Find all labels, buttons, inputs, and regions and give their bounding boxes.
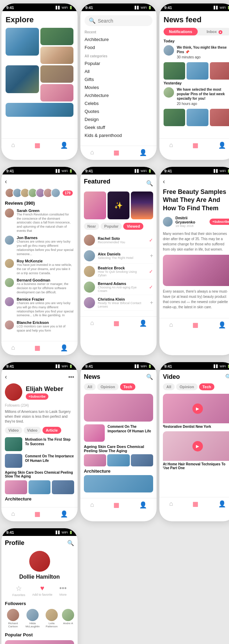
search-item-popular[interactable]: Popular xyxy=(85,59,152,67)
nav-grid-icon[interactable]: ▦ xyxy=(192,141,198,149)
feed-thumb-5[interactable] xyxy=(187,109,208,126)
nav-grid-icon[interactable]: ▦ xyxy=(34,344,40,352)
search-item-kids[interactable]: Kids & parenthood xyxy=(85,131,152,139)
search-item-arch[interactable]: Architecture xyxy=(85,91,152,99)
nav-grid-icon[interactable]: ▦ xyxy=(34,141,40,149)
user-list-item-2[interactable]: Alex Daniels Selecting The Right Hotel + xyxy=(84,248,153,264)
featured-image-3[interactable] xyxy=(131,191,153,219)
user-list-item-1[interactable]: Rachel Soto Recommended You ✓ xyxy=(84,233,153,248)
nav-home-icon[interactable]: ⌂ xyxy=(90,501,94,509)
nav-home-icon[interactable]: ⌂ xyxy=(11,141,15,149)
nav-grid-icon[interactable]: ▦ xyxy=(113,501,119,509)
nav-person-icon[interactable]: 👤 xyxy=(60,510,68,518)
feed-thumb-6[interactable] xyxy=(210,109,229,126)
explore-image-1[interactable] xyxy=(6,28,39,56)
explore-image-2[interactable] xyxy=(40,28,74,45)
nav-person-icon[interactable]: 👤 xyxy=(139,501,147,509)
feed-thumb-1[interactable] xyxy=(164,62,185,80)
featured-image-1[interactable] xyxy=(84,191,106,219)
user-list-item-3[interactable]: Beatrice Brock How To Quit Smoking Using… xyxy=(84,264,153,279)
nav-home-icon[interactable]: ⌂ xyxy=(90,149,94,156)
news-tab-tech[interactable]: Tech xyxy=(120,383,136,390)
nav-home-icon[interactable]: ⌂ xyxy=(90,319,94,327)
filter-popular[interactable]: Popular xyxy=(101,223,122,230)
nav-grid-icon[interactable]: ▦ xyxy=(192,500,198,508)
bottom-img-3[interactable] xyxy=(52,480,74,494)
search-item-food[interactable]: Food xyxy=(85,43,152,51)
news-search-icon[interactable]: 🔍 xyxy=(146,374,153,380)
tab-video-1[interactable]: Video xyxy=(5,427,22,434)
nav-person-icon[interactable]: 👤 xyxy=(139,319,147,327)
explore-image-wide[interactable] xyxy=(6,103,73,117)
nav-grid-icon[interactable]: ▦ xyxy=(192,321,198,329)
news-card-big[interactable] xyxy=(84,394,153,422)
subscribe-button[interactable]: +Subscribe xyxy=(26,393,48,400)
filter-near[interactable]: Near xyxy=(84,223,99,230)
user-list-item-4[interactable]: Bernard Adams Choosing An Anti-aging Eye… xyxy=(84,279,153,295)
nav-home-icon[interactable]: ⌂ xyxy=(11,510,15,518)
arch-image[interactable] xyxy=(84,475,153,492)
video-tab-all[interactable]: All xyxy=(163,383,175,390)
tab-article[interactable]: Article xyxy=(42,427,61,434)
nav-person-icon[interactable]: 👤 xyxy=(139,149,147,156)
nav-home-icon[interactable]: ⌂ xyxy=(169,141,173,149)
video-search-icon[interactable]: 🔍 xyxy=(225,374,229,380)
video-card-2[interactable]: ▶ At Home Hair Removal Techniques To Use… xyxy=(163,431,229,470)
video-tab-tech[interactable]: Tech xyxy=(199,383,215,390)
explore-image-6[interactable] xyxy=(40,84,74,101)
video-card-1[interactable]: ▶ Restorative Dentist New York xyxy=(163,394,229,429)
news-tab-all[interactable]: All xyxy=(84,383,96,390)
explore-image-4[interactable] xyxy=(6,65,39,93)
search-icon[interactable]: 🔍 xyxy=(146,180,153,187)
news-img-3[interactable] xyxy=(131,454,153,466)
news-img-1[interactable] xyxy=(84,454,106,466)
nav-home-icon[interactable]: ⌂ xyxy=(11,344,15,352)
bottom-img-2[interactable] xyxy=(29,480,51,494)
filter-viewed[interactable]: Viewed xyxy=(123,223,143,230)
search-item-gifts[interactable]: Gifts xyxy=(85,75,152,83)
user-list-item-5[interactable]: Christina Klein Ready To Wear Bifocal Co… xyxy=(84,295,153,311)
subscribe-button[interactable]: +Subscribe xyxy=(210,219,229,225)
search-item-all[interactable]: All xyxy=(85,67,152,75)
nav-person-icon[interactable]: 👤 xyxy=(218,500,226,508)
tab-inbox[interactable]: Inbox ● xyxy=(198,28,229,35)
search-item-celebs[interactable]: Celebs xyxy=(85,99,152,107)
video-tab-opinion[interactable]: Opinion xyxy=(176,383,198,390)
nav-person-icon[interactable]: 👤 xyxy=(60,344,68,352)
favorites-action[interactable]: ☆ Favorites xyxy=(12,584,25,597)
play-button-1[interactable]: ▶ xyxy=(192,403,203,414)
nav-grid-icon[interactable]: ▦ xyxy=(113,319,119,327)
more-action[interactable]: ••• More xyxy=(60,584,67,597)
search-item-architecture[interactable]: Architecture xyxy=(85,35,152,43)
popular-post-image-1[interactable]: ▶ xyxy=(5,640,74,644)
tab-video-2[interactable]: Video xyxy=(24,427,41,434)
profile-search-icon[interactable]: 🔍 xyxy=(67,540,74,546)
search-item-design[interactable]: Design xyxy=(85,115,152,123)
bottom-img-1[interactable] xyxy=(5,480,27,494)
play-button-2[interactable]: ▶ xyxy=(192,441,203,451)
featured-image-2[interactable]: ✨ xyxy=(108,191,130,219)
back-button[interactable]: ‹ xyxy=(5,178,74,185)
back-button[interactable]: ‹ xyxy=(163,178,229,185)
feed-thumb-4[interactable] xyxy=(164,109,185,126)
explore-image-3[interactable] xyxy=(40,47,74,64)
search-item-movies[interactable]: Movies xyxy=(85,83,152,91)
nav-home-icon[interactable]: ⌂ xyxy=(169,500,173,508)
search-input[interactable] xyxy=(98,18,148,24)
nav-person-icon[interactable]: 👤 xyxy=(218,141,226,149)
nav-grid-icon[interactable]: ▦ xyxy=(34,510,40,518)
news-img-2[interactable] xyxy=(107,454,129,466)
search-item-quotes[interactable]: Quotes xyxy=(85,107,152,115)
nav-grid-icon[interactable]: ▦ xyxy=(113,149,119,156)
feed-thumb-3[interactable] xyxy=(210,62,229,80)
nav-person-icon[interactable]: 👤 xyxy=(218,321,226,329)
explore-image-5[interactable] xyxy=(40,65,74,83)
nav-home-icon[interactable]: ⌂ xyxy=(169,321,173,329)
feed-thumb-2[interactable] xyxy=(187,62,208,80)
nav-person-icon[interactable]: 👤 xyxy=(60,141,68,149)
search-item-geek[interactable]: Geek stuff xyxy=(85,123,152,131)
tab-notifications[interactable]: Notifications xyxy=(164,28,198,35)
news-card-img-1[interactable] xyxy=(84,424,105,442)
add-favorite-action[interactable]: ♥ Add to favorite xyxy=(32,584,52,597)
more-icon[interactable]: ••• xyxy=(68,374,74,380)
